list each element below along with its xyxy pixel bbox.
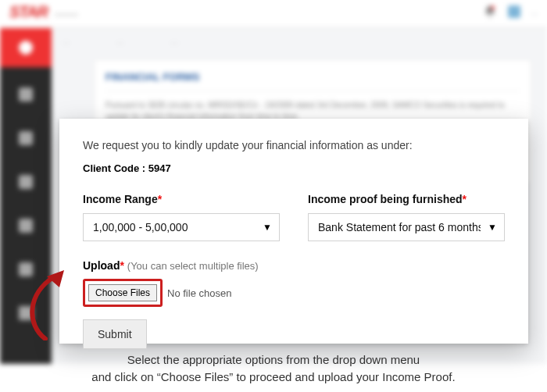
sidebar-item-6[interactable] [0,294,52,333]
sidebar-item-3[interactable] [0,162,52,201]
income-proof-label: Income proof being furnished* [308,193,505,205]
file-row: Choose Files No file chosen [83,279,505,307]
stage: STAR ... ... ... ... [0,0,547,392]
fields-row: Income Range* 1,00,000 - 5,00,000 ▼ Inco… [83,193,505,241]
user-name-label: ... [531,8,538,16]
sidebar-item-5[interactable] [0,250,52,289]
income-range-field: Income Range* 1,00,000 - 5,00,000 ▼ [83,193,280,241]
income-range-select-wrap: 1,00,000 - 5,00,000 ▼ [83,213,280,241]
income-proof-select[interactable]: Bank Statement for past 6 months [308,213,505,241]
sidebar-item-2[interactable] [0,119,52,158]
upload-block: Upload* (You can select multiple files) … [83,258,505,349]
income-range-label: Income Range* [83,193,280,205]
highlight-box: Choose Files [83,279,163,307]
income-range-select[interactable]: 1,00,000 - 5,00,000 [83,213,280,241]
upload-label: Upload* [83,259,127,272]
client-code-line: Client Code : 5947 [83,162,505,174]
subnav-item[interactable]: ... [170,36,177,59]
submit-button[interactable]: Submit [83,319,147,349]
caption-line-1: Select the appropriate options from the … [28,351,519,369]
income-proof-field: Income proof being furnished* Bank State… [308,193,505,241]
divider [105,91,520,91]
upload-hint: (You can select multiple files) [127,260,259,272]
sidebar [0,28,52,364]
panel-intro: We request you to kindly update your fin… [83,139,505,151]
bell-icon[interactable] [483,5,497,19]
caption-line-2: and click on “Choose Files” to proceed a… [28,369,519,386]
client-code-label: Client Code : [83,162,145,174]
sidebar-item-1[interactable] [0,75,52,114]
label-text: Upload [83,259,120,272]
income-proof-select-wrap: Bank Statement for past 6 months ▼ [308,213,505,241]
subnav: ... ... ... [63,36,531,59]
required-mark: * [463,193,467,205]
card-title: FINANCIAL FORMS [105,71,520,83]
menu-icon[interactable] [55,5,78,16]
label-text: Income proof being furnished [308,193,463,205]
caption: Select the appropriate options from the … [0,351,547,386]
home-icon [0,28,52,67]
subnav-item[interactable]: ... [63,36,70,59]
label-text: Income Range [83,193,158,205]
required-mark: * [120,259,123,272]
subnav-item[interactable]: ... [116,36,123,59]
choose-files-button[interactable]: Choose Files [88,284,157,301]
topbar: STAR ... [0,0,547,28]
update-financial-panel: We request you to kindly update your fin… [59,119,528,344]
avatar[interactable] [508,5,520,18]
sidebar-item-active[interactable] [0,28,52,67]
sidebar-item-4[interactable] [0,206,52,245]
client-code-value: 5947 [148,162,171,174]
brand-logo: STAR [9,3,48,21]
required-mark: * [158,193,162,205]
svg-point-0 [491,6,495,10]
file-status: No file chosen [167,287,231,299]
topbar-right: ... [483,5,538,19]
